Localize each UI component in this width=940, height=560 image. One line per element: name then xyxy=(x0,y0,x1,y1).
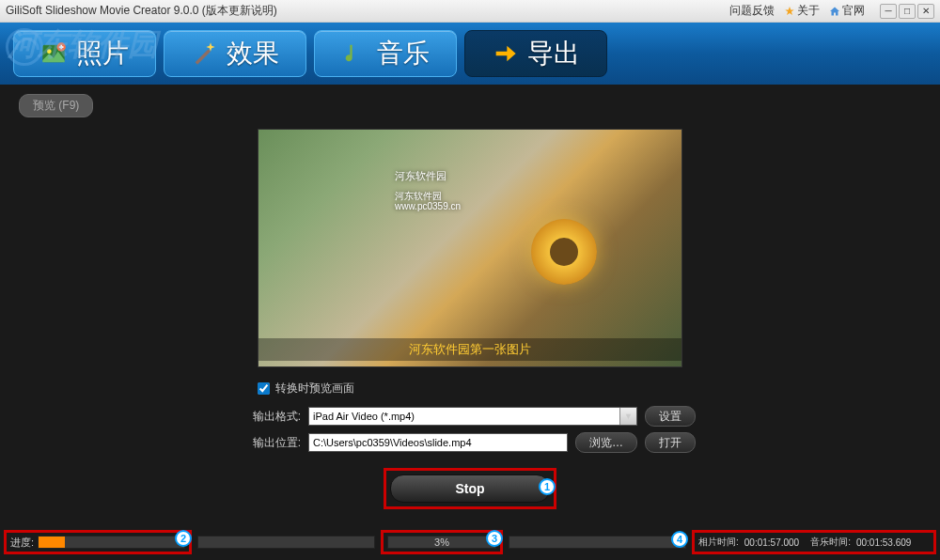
preview-wm1: 河东软件园 xyxy=(395,169,446,183)
maximize-button[interactable]: □ xyxy=(899,4,916,19)
minimize-button[interactable]: ─ xyxy=(880,4,897,19)
chevron-down-icon[interactable]: ▼ xyxy=(619,408,636,425)
photo-time-label: 相片时间: xyxy=(698,536,739,549)
about-link[interactable]: 关于 xyxy=(784,3,820,19)
browse-button[interactable]: 浏览… xyxy=(575,432,637,453)
close-button[interactable]: ✕ xyxy=(917,4,934,19)
hint-2: 2 xyxy=(175,530,192,547)
wand-icon xyxy=(191,40,217,67)
home-link[interactable]: 官网 xyxy=(829,3,865,19)
location-input[interactable] xyxy=(308,433,568,452)
app-title: GiliSoft Slideshow Movie Creator 9.0.0 (… xyxy=(6,3,729,19)
format-select[interactable] xyxy=(308,407,637,426)
progress-box-1: 进度: 2 xyxy=(4,530,192,554)
open-button[interactable]: 打开 xyxy=(645,432,696,453)
progress-fill xyxy=(39,537,65,548)
settings-button[interactable]: 设置 xyxy=(645,406,696,427)
preview-button[interactable]: 预览 (F9) xyxy=(19,94,93,117)
photo-time: 00:01:57.000 xyxy=(744,537,799,548)
titlebar: GiliSoft Slideshow Movie Creator 9.0.0 (… xyxy=(0,0,940,23)
progress-bar-2: 3% xyxy=(387,536,496,549)
format-label: 输出格式: xyxy=(244,409,301,425)
progress-bar-mid1 xyxy=(197,536,375,549)
preview-wm3: www.pc0359.cn xyxy=(395,201,461,211)
arrow-right-icon xyxy=(492,40,518,67)
preview-checkbox-row[interactable]: 转换时预览画面 xyxy=(258,381,696,397)
progress-area: 进度: 2 3% 3 4 相片时间: 00:01:57.000 音乐时间: 00… xyxy=(4,530,936,554)
hint-4: 4 xyxy=(671,531,688,548)
home-icon xyxy=(829,6,840,17)
progress-bar-1 xyxy=(38,536,185,549)
music-time: 00:01:53.609 xyxy=(856,537,911,548)
main-nav: 照片 效果 音乐 导出 xyxy=(0,23,940,85)
flower-graphic xyxy=(531,219,597,285)
video-caption: 河东软件园第一张图片 xyxy=(258,338,682,361)
stop-highlight: Stop 1 xyxy=(384,468,556,509)
photo-icon xyxy=(40,40,67,67)
progress-bar-mid2: 4 xyxy=(509,536,686,549)
progress-percent: 3% xyxy=(434,537,449,548)
music-icon xyxy=(341,40,368,67)
stop-button[interactable]: Stop xyxy=(390,474,550,503)
progress-label: 进度: xyxy=(10,536,34,550)
progress-box-2: 3% 3 xyxy=(381,530,503,554)
tab-export[interactable]: 导出 xyxy=(464,30,607,77)
feedback-link[interactable]: 问题反馈 xyxy=(729,3,775,19)
preview-checkbox[interactable] xyxy=(258,382,270,395)
star-icon xyxy=(784,6,795,17)
tab-effects[interactable]: 效果 xyxy=(164,30,306,77)
progress-box-4: 相片时间: 00:01:57.000 音乐时间: 00:01:53.609 xyxy=(692,530,936,554)
hint-1: 1 xyxy=(539,478,556,495)
tab-photos[interactable]: 照片 xyxy=(13,30,156,77)
music-time-label: 音乐时间: xyxy=(810,536,851,549)
svg-point-1 xyxy=(47,49,52,54)
location-label: 输出位置: xyxy=(244,435,301,451)
hint-3: 3 xyxy=(486,530,503,547)
tab-music[interactable]: 音乐 xyxy=(314,30,457,77)
video-preview: 河东软件园 河东软件园 www.pc0359.cn 河东软件园第一张图片 xyxy=(258,129,682,367)
